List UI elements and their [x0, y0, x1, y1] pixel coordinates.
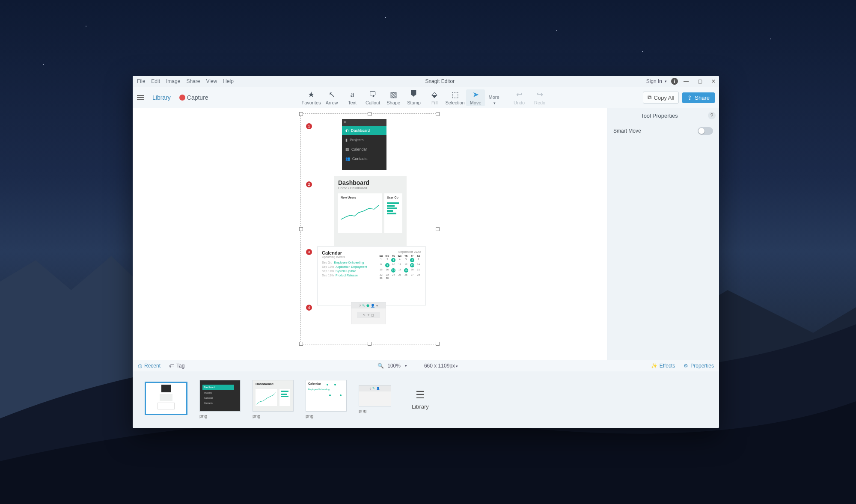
contacts-icon: 👥: [345, 157, 350, 161]
tool-favorites[interactable]: ★Favorites: [302, 89, 321, 106]
search-icon: 🔍: [377, 363, 384, 369]
handle-top-center[interactable]: [368, 112, 372, 116]
library-link[interactable]: Library: [152, 94, 171, 101]
tag-link[interactable]: 🏷 Tag: [169, 363, 184, 369]
hamburger-icon: ≡: [342, 119, 386, 126]
app-window: File Edit Image Share View Help Snagit E…: [133, 76, 719, 428]
callout-icon: 🗨: [369, 90, 377, 99]
thumbnail-2[interactable]: Dashboard Projects Calendar Contacts png: [199, 380, 241, 418]
main-toolbar: Library Capture ★Favorites ↖Arrow aText …: [133, 87, 719, 108]
calendar-icon: ▦: [345, 147, 349, 151]
recent-link[interactable]: ◷ Recent: [138, 363, 160, 369]
selection-frame[interactable]: 1 ≡ ◐Dashboard ▮Projects ▦Calendar 👥Cont…: [300, 113, 438, 344]
gear-icon: ⚙: [684, 363, 688, 369]
menu-view[interactable]: View: [206, 78, 217, 84]
tool-fill[interactable]: ⬙Fill: [425, 89, 444, 106]
thumbnail-4[interactable]: Calendar Employee Onboarding png: [306, 380, 347, 418]
tool-strip: ★Favorites ↖Arrow aText 🗨Callout ▧Shape …: [302, 89, 549, 106]
thumbnail-5[interactable]: ?✎👤 png: [359, 385, 391, 413]
handle-bottom-right[interactable]: [436, 342, 440, 346]
close-button[interactable]: ✕: [710, 78, 716, 84]
mock-dashboard: Dashboard Home / Dashboard New Users Use…: [334, 176, 407, 246]
sign-in-button[interactable]: Sign In▾ i: [646, 78, 678, 85]
handle-top-left[interactable]: [299, 112, 303, 116]
menu-image[interactable]: Image: [166, 78, 180, 84]
workspace: 1 ≡ ◐Dashboard ▮Projects ▦Calendar 👥Cont…: [133, 108, 719, 360]
step-badge-1: 1: [306, 123, 312, 129]
menu-share[interactable]: Share: [186, 78, 200, 84]
record-icon: [179, 95, 185, 101]
menu-help[interactable]: Help: [223, 78, 234, 84]
tool-callout[interactable]: 🗨Callout: [363, 89, 382, 106]
shape-icon: ▧: [389, 90, 398, 99]
clock-icon: ◷: [138, 363, 142, 369]
step-badge-4: 4: [306, 305, 312, 311]
redo-button[interactable]: ↪Redo: [530, 89, 549, 106]
thumbnail-1[interactable]: [145, 382, 187, 417]
status-bar: ◷ Recent 🏷 Tag 🔍 100%▾ 660 x 1109px▾ ✨Ef…: [133, 360, 719, 371]
handle-mid-left[interactable]: [299, 227, 303, 231]
canvas[interactable]: 1 ≡ ◐Dashboard ▮Projects ▦Calendar 👥Cont…: [133, 108, 607, 360]
tool-stamp[interactable]: ⛊Stamp: [404, 89, 423, 106]
redo-icon: ↪: [535, 90, 544, 99]
handle-bottom-left[interactable]: [299, 342, 303, 346]
selection-icon: ⬚: [451, 90, 459, 99]
text-icon: a: [348, 90, 357, 99]
star-icon: ★: [307, 90, 315, 99]
handle-bottom-center[interactable]: [368, 342, 372, 346]
properties-button[interactable]: ⚙Properties: [684, 363, 714, 369]
step-badge-2: 2: [306, 181, 312, 187]
panel-title: Tool Properties: [611, 113, 708, 119]
tool-text[interactable]: aText: [343, 89, 362, 106]
copy-all-button[interactable]: ⧉ Copy All: [643, 92, 679, 104]
list-icon: ☰: [416, 389, 425, 401]
titlebar: File Edit Image Share View Help Snagit E…: [133, 76, 719, 87]
effects-button[interactable]: ✨Effects: [651, 363, 675, 369]
thumbnail-3[interactable]: Dashboard png: [253, 380, 294, 418]
mock-toolbar: ?✎ ⬣👤▾ ↖T◻: [351, 302, 386, 324]
undo-icon: ↩: [515, 90, 523, 99]
tool-shape[interactable]: ▧Shape: [384, 89, 403, 106]
menu-edit[interactable]: Edit: [151, 78, 160, 84]
step-badge-3: 3: [306, 249, 312, 255]
copy-icon: ⧉: [648, 94, 651, 101]
wand-icon: ✨: [651, 363, 657, 369]
tag-icon: 🏷: [169, 363, 174, 369]
window-title: Snagit Editor: [234, 78, 646, 84]
handle-top-right[interactable]: [436, 112, 440, 116]
help-icon[interactable]: ?: [708, 112, 716, 119]
folder-icon: ▮: [345, 138, 348, 142]
mock-nav: ≡ ◐Dashboard ▮Projects ▦Calendar 👥Contac…: [342, 119, 386, 170]
zoom-control[interactable]: 🔍 100%▾: [377, 363, 407, 369]
menu-bar: File Edit Image Share View Help: [135, 78, 234, 84]
tool-move[interactable]: ➤Move: [466, 89, 485, 106]
smart-move-label: Smart Move: [613, 128, 641, 134]
library-button[interactable]: ☰ Library: [412, 389, 429, 410]
capture-button[interactable]: Capture: [179, 94, 208, 101]
move-icon: ➤: [471, 90, 480, 99]
thumbnail-tray: Dashboard Projects Calendar Contacts png…: [133, 371, 719, 427]
tool-arrow[interactable]: ↖Arrow: [322, 89, 341, 106]
info-icon[interactable]: i: [671, 78, 678, 85]
dimensions-label[interactable]: 660 x 1109px▾: [424, 363, 458, 369]
tool-properties-panel: Tool Properties ? Smart Move: [607, 108, 719, 360]
share-button[interactable]: ⇪ Share: [682, 92, 715, 103]
mock-calendar: Calendar Upcoming events Sep 3rdEmployee…: [317, 246, 426, 305]
tool-more[interactable]: More▾: [487, 94, 501, 106]
smart-move-toggle[interactable]: [698, 127, 713, 135]
dashboard-icon: ◐: [345, 128, 349, 133]
hamburger-icon[interactable]: [137, 95, 144, 100]
stamp-icon: ⛊: [410, 90, 418, 99]
arrow-icon: ↖: [327, 90, 336, 99]
share-icon: ⇪: [687, 95, 692, 101]
undo-button[interactable]: ↩Undo: [510, 89, 529, 106]
handle-mid-right[interactable]: [436, 227, 440, 231]
menu-file[interactable]: File: [137, 78, 145, 84]
tool-selection[interactable]: ⬚Selection: [446, 89, 464, 106]
fill-icon: ⬙: [430, 90, 439, 99]
minimize-button[interactable]: —: [683, 78, 689, 84]
maximize-button[interactable]: ▢: [697, 78, 703, 84]
